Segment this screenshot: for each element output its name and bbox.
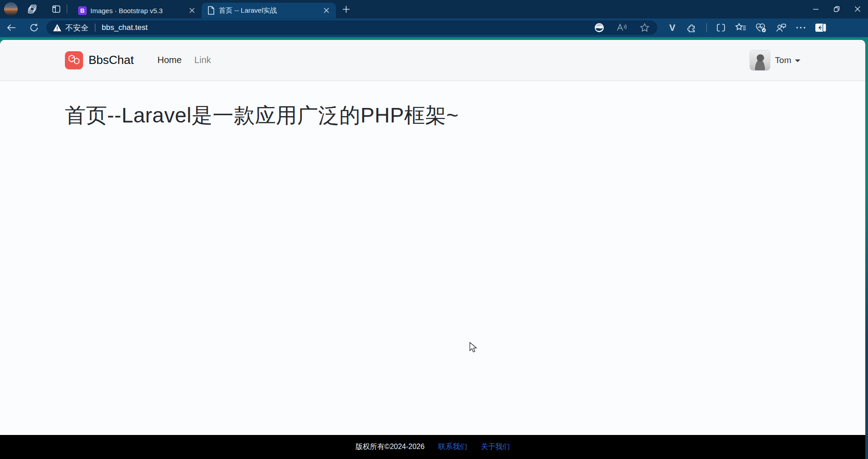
- main-content: 首页--Laravel是一款应用广泛的PHP框架~: [58, 102, 807, 130]
- laravel-logo-icon: [65, 51, 83, 69]
- workspaces-button[interactable]: [28, 4, 38, 14]
- vue-devtools-icon: V: [669, 23, 675, 33]
- profile-button[interactable]: [773, 20, 789, 35]
- user-menu[interactable]: Tom: [750, 50, 800, 71]
- tab-close-button[interactable]: [187, 5, 197, 15]
- favorites-star-list-icon: [735, 22, 747, 33]
- puzzle-icon: [687, 22, 698, 33]
- user-name[interactable]: Tom: [775, 55, 791, 65]
- edge-swirl-icon: [594, 22, 605, 33]
- nav-link-home[interactable]: Home: [153, 55, 186, 65]
- minimize-button[interactable]: [805, 0, 826, 18]
- workspaces-icon: [28, 4, 38, 14]
- restore-icon: [833, 6, 840, 12]
- divider: [95, 24, 95, 32]
- browser-essentials-button[interactable]: [753, 20, 769, 35]
- split-screen-button[interactable]: [713, 20, 729, 35]
- back-arrow-icon: [6, 22, 17, 33]
- browser-titlebar: B Images · Bootstrap v5.3 首页 -- Laravel实…: [0, 0, 868, 18]
- close-window-button[interactable]: [847, 0, 868, 18]
- plus-icon: [342, 5, 350, 13]
- page-favicon-icon: [207, 6, 215, 15]
- star-icon: [640, 23, 650, 33]
- nav-links: Home Link: [153, 55, 216, 65]
- footer-link-contact[interactable]: 联系我们: [438, 442, 467, 452]
- url-text[interactable]: bbs_chat.test: [102, 23, 148, 32]
- more-ellipsis-icon: [796, 26, 806, 29]
- copyright-text: 版权所有©2024-2026: [355, 442, 424, 452]
- sidebar-toggle-button[interactable]: [813, 20, 829, 35]
- vue-devtools-button[interactable]: V: [665, 20, 680, 35]
- tab-actions-button[interactable]: [51, 4, 61, 14]
- divider: [706, 23, 707, 32]
- insecure-warning-icon: [53, 24, 62, 32]
- site-footer: 版权所有©2024-2026 联系我们 关于我们: [0, 435, 865, 459]
- nav-link-link[interactable]: Link: [190, 55, 216, 65]
- mouse-cursor: [469, 342, 479, 354]
- refresh-button[interactable]: [25, 18, 44, 37]
- divider: [67, 5, 67, 14]
- heart-pulse-check-icon: [755, 22, 767, 33]
- edge-swirl-button[interactable]: [594, 22, 605, 33]
- page-title: 首页--Laravel是一款应用广泛的PHP框架~: [65, 102, 800, 130]
- bootstrap-favicon: B: [78, 6, 87, 15]
- close-icon: [324, 8, 329, 13]
- tab-laravel-home[interactable]: 首页 -- Laravel实战: [202, 3, 336, 18]
- footer-link-about[interactable]: 关于我们: [481, 442, 510, 452]
- new-tab-button[interactable]: [342, 5, 350, 13]
- brand-link[interactable]: BbsChat: [65, 51, 134, 69]
- restore-button[interactable]: [826, 0, 847, 18]
- refresh-icon: [29, 23, 39, 33]
- tab-close-button[interactable]: [321, 5, 331, 15]
- site-navbar: BbsChat Home Link Tom: [0, 40, 865, 81]
- user-avatar[interactable]: [750, 50, 770, 71]
- window-controls: [805, 0, 868, 18]
- address-bar[interactable]: 不安全 bbs_chat.test: [46, 20, 657, 35]
- security-label[interactable]: 不安全: [65, 23, 89, 33]
- vertical-tabs-icon: [51, 4, 61, 14]
- toolbar-extensions-area: V: [665, 20, 831, 35]
- browser-toolbar: 不安全 bbs_chat.test V: [0, 18, 868, 37]
- close-icon: [854, 6, 861, 12]
- tab-title: 首页 -- Laravel实战: [219, 6, 318, 15]
- web-page-viewport: BbsChat Home Link Tom 首页--Laravel是一款应用广泛…: [0, 40, 865, 459]
- favorite-this-page-button[interactable]: [639, 22, 650, 33]
- browser-profile-avatar[interactable]: [4, 2, 18, 16]
- theme-accent-right-strip: [865, 37, 868, 459]
- read-aloud-icon: [616, 23, 627, 33]
- brand-name[interactable]: BbsChat: [89, 53, 134, 67]
- settings-more-button[interactable]: [793, 20, 809, 35]
- close-icon: [189, 8, 195, 13]
- tab-title: Images · Bootstrap v5.3: [90, 7, 183, 15]
- read-aloud-button[interactable]: [616, 22, 627, 33]
- chevron-down-icon: [795, 59, 800, 62]
- tab-bootstrap-images[interactable]: B Images · Bootstrap v5.3: [73, 3, 202, 18]
- person-chat-icon: [775, 22, 787, 33]
- favorites-button[interactable]: [733, 20, 749, 35]
- sidebar-toggle-icon: [814, 22, 827, 33]
- split-screen-icon: [715, 22, 726, 33]
- back-button[interactable]: [2, 18, 21, 37]
- minimize-icon: [813, 6, 819, 12]
- extensions-button[interactable]: [685, 20, 700, 35]
